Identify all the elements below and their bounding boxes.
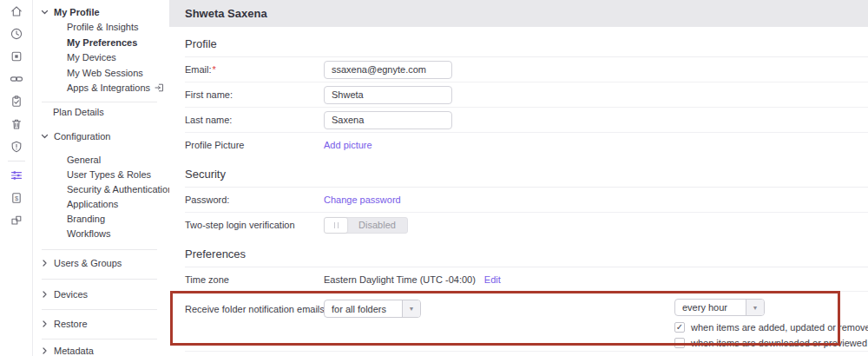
- chevron-right-icon: [41, 290, 49, 298]
- settings-nav-sidebar: My Profile Profile & Insights My Prefere…: [33, 0, 169, 356]
- caret-down-icon: ▼: [409, 306, 415, 312]
- checkbox-label: when items are downloaded or previewed: [691, 338, 867, 348]
- required-asterisk: *: [213, 64, 216, 75]
- sidebar-item-my-devices[interactable]: My Devices: [33, 50, 169, 66]
- sidebar-item-label: My Devices: [33, 52, 116, 63]
- password-label: Password:: [185, 194, 324, 205]
- sidebar-item-label: Applications: [33, 199, 118, 209]
- icon-rail: $: [0, 0, 33, 356]
- sidebar-item-my-preferences[interactable]: My Preferences: [33, 35, 169, 50]
- chevron-right-icon: [41, 260, 49, 267]
- chevron-right-icon: [41, 347, 49, 355]
- sidebar-item-user-types-roles[interactable]: User Types & Roles: [33, 167, 169, 181]
- two-step-toggle[interactable]: Disabled: [324, 217, 408, 234]
- password-row: Password: Change password: [185, 188, 868, 213]
- timezone-edit-link[interactable]: Edit: [484, 274, 501, 285]
- external-link-icon: [155, 83, 164, 92]
- sidebar-item-my-web-sessions[interactable]: My Web Sessions: [33, 65, 169, 81]
- chevron-right-icon: [41, 320, 49, 328]
- sidebar-item-label: User Types & Roles: [33, 169, 151, 180]
- sidebar-item-apps-integrations[interactable]: Apps & Integrations: [33, 81, 169, 96]
- billing-icon[interactable]: $: [5, 187, 28, 209]
- sidebar-item-restore[interactable]: Restore: [33, 317, 169, 332]
- timezone-label: Time zone: [185, 274, 324, 285]
- apps-grid-icon[interactable]: [5, 209, 28, 232]
- notification-frequency-group: every hour ▼ ✓ when items are added, upd…: [674, 299, 868, 348]
- sidebar-item-devices[interactable]: Devices: [33, 287, 169, 301]
- toggle-state-label: Disabled: [347, 220, 407, 230]
- sidebar-item-general[interactable]: General: [33, 152, 169, 167]
- sidebar-item-applications[interactable]: Applications: [33, 196, 169, 211]
- sidebar-item-label: Workflows: [33, 228, 111, 239]
- link-icon[interactable]: [5, 68, 28, 90]
- last-name-row: Last name:: [185, 108, 868, 133]
- checkbox-label: when items are added, updated or removed: [691, 322, 868, 333]
- sidebar-item-label: My Preferences: [33, 37, 137, 48]
- folder-scope-value: for all folders: [325, 300, 402, 317]
- chevron-down-icon: [41, 8, 49, 16]
- check-icon: ✓: [676, 323, 683, 332]
- sidebar-item-label: My Web Sessions: [33, 68, 143, 78]
- sidebar-item-users-groups[interactable]: Users & Groups: [33, 256, 169, 271]
- clock-icon[interactable]: [5, 23, 28, 45]
- shield-alert-icon[interactable]: [5, 135, 28, 158]
- sidebar-divider: [42, 279, 157, 280]
- first-name-row: First name:: [185, 82, 868, 108]
- notify-downloaded-option[interactable]: ✓ when items are downloaded or previewed: [674, 338, 868, 348]
- svg-text:$: $: [14, 194, 18, 202]
- frequency-value: every hour: [675, 300, 746, 315]
- last-name-label: Last name:: [185, 115, 324, 125]
- toggle-knob-icon: [325, 218, 347, 233]
- sidebar-item-label: Branding: [33, 214, 105, 224]
- sidebar-item-configuration[interactable]: Configuration: [33, 129, 169, 145]
- profile-section-heading: Profile: [185, 27, 868, 57]
- folder-notification-label: Receive folder notification emails: [185, 304, 325, 314]
- frequency-dropdown[interactable]: every hour ▼: [674, 299, 765, 316]
- folder-scope-dropdown[interactable]: for all folders ▼: [324, 300, 421, 318]
- dropdown-arrow-button[interactable]: ▼: [402, 300, 420, 317]
- home-icon[interactable]: [5, 0, 28, 23]
- sidebar-divider: [42, 339, 157, 340]
- checklist-icon[interactable]: [5, 90, 28, 113]
- email-field[interactable]: [324, 61, 452, 79]
- sidebar-item-profile-insights[interactable]: Profile & Insights: [33, 20, 169, 36]
- notify-added-option[interactable]: ✓ when items are added, updated or remov…: [674, 322, 868, 333]
- last-name-field[interactable]: [324, 111, 452, 129]
- sidebar-item-workflows[interactable]: Workflows: [33, 226, 169, 241]
- rail-divider: [8, 161, 25, 162]
- dropdown-arrow-button[interactable]: ▼: [746, 300, 764, 315]
- caret-down-icon: ▼: [753, 305, 759, 311]
- main-panel: Shweta Saxena Profile Email:* First name…: [169, 0, 868, 356]
- checkbox-unchecked[interactable]: ✓: [674, 338, 685, 348]
- add-picture-link[interactable]: Add picture: [324, 140, 372, 150]
- preferences-section-heading: Preferences: [185, 237, 868, 267]
- sidebar-item-plan-details[interactable]: Plan Details: [33, 104, 169, 120]
- sidebar-item-label: Plan Details: [33, 107, 104, 117]
- checkbox-checked[interactable]: ✓: [674, 322, 685, 333]
- sidebar-item-my-profile[interactable]: My Profile: [33, 4, 169, 20]
- profile-picture-row: Profile Picture Add picture: [185, 133, 868, 157]
- settings-sliders-icon[interactable]: [5, 164, 28, 187]
- profile-picture-label: Profile Picture: [185, 140, 324, 150]
- first-name-field[interactable]: [324, 86, 452, 104]
- first-name-label: First name:: [185, 89, 324, 100]
- two-step-label: Two-step login verification: [185, 220, 324, 230]
- sidebar-item-label: Security & Authentication: [33, 184, 173, 194]
- sidebar-divider: [42, 309, 157, 310]
- change-password-link[interactable]: Change password: [324, 194, 401, 205]
- sidebar-item-security-authentication[interactable]: Security & Authentication: [33, 181, 169, 196]
- sidebar-divider: [42, 249, 157, 250]
- email-label: Email:*: [185, 64, 324, 75]
- page-title: Shweta Saxena: [185, 7, 267, 20]
- sidebar-item-label: Apps & Integrations: [33, 82, 150, 93]
- sidebar-item-metadata[interactable]: Metadata: [33, 344, 169, 356]
- timezone-row: Time zone Eastern Daylight Time (UTC -04…: [185, 267, 868, 292]
- page-title-bar: Shweta Saxena: [169, 0, 868, 27]
- storage-icon[interactable]: [5, 45, 28, 68]
- email-row: Email:*: [185, 57, 868, 82]
- trash-icon[interactable]: [5, 113, 28, 135]
- sidebar-item-branding[interactable]: Branding: [33, 211, 169, 226]
- sidebar-item-label: General: [33, 155, 101, 165]
- sidebar-divider: [42, 102, 157, 102]
- timezone-value: Eastern Daylight Time (UTC -04:00): [324, 274, 476, 285]
